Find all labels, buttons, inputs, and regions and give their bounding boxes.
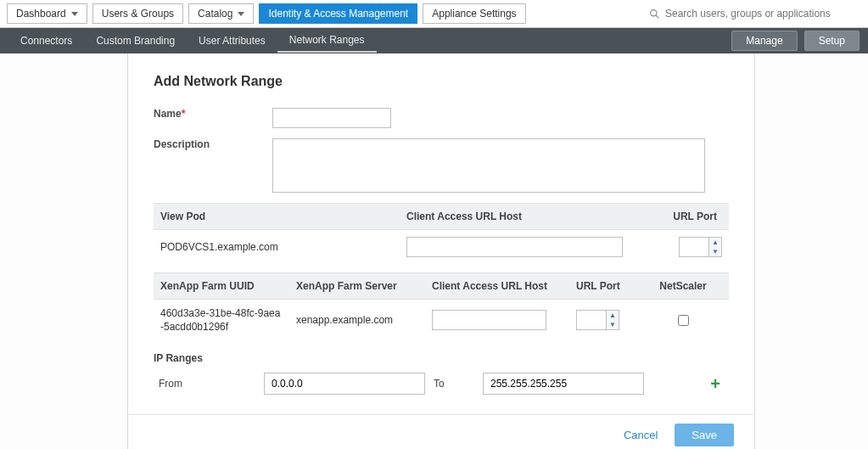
- ip-to-input[interactable]: [483, 373, 644, 395]
- ip-ranges-label: IP Ranges: [154, 352, 729, 364]
- tab-appliance-settings-label: Appliance Settings: [432, 8, 516, 20]
- viewpod-urlhost-input[interactable]: [406, 237, 623, 257]
- xenapp-uuid-value: 460d3a3e-31be-48fc-9aea-5acdd0b1296f: [154, 300, 289, 340]
- stepper-up-icon[interactable]: ▲: [607, 311, 619, 320]
- viewpod-urlport-input[interactable]: [680, 238, 708, 256]
- xenapp-urlport-input[interactable]: [577, 311, 606, 329]
- urlport-col-header: URL Port: [646, 204, 729, 229]
- save-button[interactable]: Save: [675, 424, 734, 446]
- search-icon: [649, 8, 660, 20]
- chevron-down-icon: [71, 12, 78, 16]
- stage: Add Network Range Name* Description View…: [0, 53, 868, 449]
- svg-line-1: [656, 15, 658, 18]
- dialog-footer: Cancel Save: [128, 414, 754, 449]
- ip-range-row: From To +: [154, 369, 729, 398]
- stepper-up-icon[interactable]: ▲: [709, 238, 721, 247]
- tab-users-groups[interactable]: Users & Groups: [92, 3, 183, 24]
- tab-catalog[interactable]: Catalog: [188, 3, 254, 24]
- viewpod-value: POD6VCS1.example.com: [154, 234, 400, 260]
- topbar: Dashboard Users & Groups Catalog Identit…: [0, 0, 868, 28]
- stepper-down-icon[interactable]: ▼: [709, 247, 721, 256]
- dialog-title: Add Network Range: [154, 74, 729, 89]
- urlhost-col-header: Client Access URL Host: [400, 204, 646, 229]
- subnav-user-attributes[interactable]: User Attributes: [187, 30, 277, 52]
- xenapp-netscaler-header: NetScaler: [637, 273, 729, 299]
- manage-button[interactable]: Manage: [731, 31, 797, 51]
- subnav: Connectors Custom Branding User Attribut…: [0, 28, 868, 53]
- search-input[interactable]: [664, 7, 861, 20]
- add-range-button[interactable]: +: [710, 374, 720, 394]
- dialog-scroll[interactable]: Add Network Range Name* Description View…: [128, 53, 754, 414]
- add-network-range-dialog: Add Network Range Name* Description View…: [127, 53, 755, 449]
- chevron-down-icon: [238, 12, 244, 16]
- viewpod-table: View Pod Client Access URL Host URL Port…: [154, 203, 729, 264]
- viewpod-col-header: View Pod: [154, 204, 400, 229]
- tab-users-groups-label: Users & Groups: [102, 8, 174, 20]
- subnav-connectors[interactable]: Connectors: [8, 30, 84, 52]
- ip-to-label: To: [434, 378, 474, 390]
- tab-dashboard[interactable]: Dashboard: [7, 3, 87, 24]
- xenapp-urlport-stepper[interactable]: ▲▼: [576, 310, 619, 330]
- netscaler-checkbox[interactable]: [678, 315, 689, 326]
- name-input[interactable]: [272, 108, 391, 128]
- setup-button[interactable]: Setup: [804, 31, 860, 51]
- tab-appliance-settings[interactable]: Appliance Settings: [423, 3, 525, 24]
- table-row: POD6VCS1.example.com ▲▼: [154, 230, 729, 264]
- ip-from-input[interactable]: [264, 373, 425, 395]
- svg-point-0: [651, 9, 657, 15]
- tab-identity-access-label: Identity & Access Management: [268, 8, 408, 20]
- cancel-button[interactable]: Cancel: [624, 429, 658, 441]
- description-textarea[interactable]: [272, 138, 705, 193]
- xenapp-uuid-header: XenApp Farm UUID: [154, 273, 289, 299]
- viewpod-urlport-stepper[interactable]: ▲▼: [679, 237, 722, 257]
- description-label: Description: [154, 138, 272, 193]
- global-search[interactable]: [649, 7, 861, 20]
- table-row: 460d3a3e-31be-48fc-9aea-5acdd0b1296f xen…: [154, 300, 729, 340]
- tab-dashboard-label: Dashboard: [16, 8, 66, 20]
- xenapp-urlhost-input[interactable]: [432, 310, 546, 330]
- xenapp-server-value: xenapp.example.com: [289, 307, 425, 333]
- xenapp-port-header: URL Port: [569, 273, 637, 299]
- subnav-network-ranges[interactable]: Network Ranges: [277, 29, 377, 53]
- name-label: Name*: [154, 108, 272, 128]
- subnav-custom-branding[interactable]: Custom Branding: [84, 30, 187, 52]
- xenapp-host-header: Client Access URL Host: [425, 273, 569, 299]
- xenapp-server-header: XenApp Farm Server: [289, 273, 425, 299]
- xenapp-table: XenApp Farm UUID XenApp Farm Server Clie…: [154, 272, 729, 340]
- stepper-down-icon[interactable]: ▼: [607, 320, 619, 329]
- ip-from-label: From: [154, 378, 255, 390]
- tab-identity-access[interactable]: Identity & Access Management: [259, 3, 417, 24]
- tab-catalog-label: Catalog: [198, 8, 232, 20]
